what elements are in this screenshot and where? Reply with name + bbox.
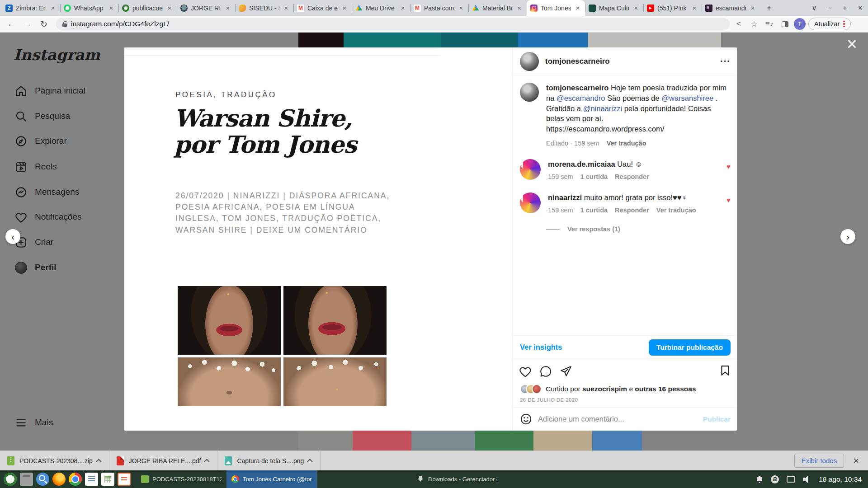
view-replies-link[interactable]: Ver respostas (1) [546, 225, 731, 233]
tab-close-icon[interactable]: × [691, 5, 698, 12]
comment-like-heart-icon[interactable]: ♥ [726, 196, 731, 214]
tab-close-icon[interactable]: × [224, 5, 231, 12]
back-button[interactable]: ← [5, 17, 18, 31]
tab-jorge-riba[interactable]: JORGE RIBA× [177, 0, 235, 16]
download-item-zip[interactable]: PODCASTS-202308....zip [0, 451, 109, 470]
author-username[interactable]: tomjonescarneiro [545, 57, 610, 66]
tab-search-chevron-icon[interactable]: ∨ [807, 4, 822, 12]
add-comment-input[interactable] [538, 415, 697, 423]
like-heart-icon[interactable] [519, 365, 532, 378]
other-likers-link[interactable]: outras 16 pessoas [635, 385, 696, 393]
tab-sisedu[interactable]: SISEDU - Si× [235, 0, 293, 16]
liker-avatars[interactable] [520, 384, 542, 394]
commenter-username[interactable]: ninaarizzi [548, 193, 582, 202]
commenter-avatar[interactable] [520, 159, 541, 180]
see-translation-link[interactable]: Ver tradução [656, 206, 696, 214]
view-insights-link[interactable]: Ver insights [520, 343, 562, 352]
clock[interactable]: 18 ago, 10:34 [819, 475, 862, 483]
tab-close-icon[interactable]: × [632, 5, 640, 12]
commenter-avatar[interactable] [520, 192, 541, 213]
tab-close-icon[interactable]: × [516, 5, 523, 12]
publish-comment-button[interactable]: Publicar [703, 415, 731, 423]
see-translation-link[interactable]: Ver tradução [607, 140, 646, 147]
emoji-smiley-icon[interactable] [520, 413, 532, 425]
tab-caixa-de-entrada[interactable]: Caixa de en× [293, 0, 352, 16]
address-bar[interactable]: instagram.com/p/CDG4feZlzgL/ [56, 18, 730, 31]
share-icon[interactable]: < [732, 18, 745, 30]
comment-likes-count[interactable]: 1 curtida [580, 206, 608, 214]
next-post-button[interactable]: › [840, 229, 855, 244]
firefox-icon[interactable] [52, 473, 66, 486]
tab-meu-drive[interactable]: Meu Drive -× [352, 0, 410, 16]
taskbar-window-podcasts[interactable]: PODCASTS-20230818T1329... [136, 470, 226, 488]
comment-bubble-icon[interactable] [539, 365, 552, 378]
chrome-menu-icon[interactable] [843, 21, 846, 28]
writer-icon[interactable] [85, 473, 98, 486]
lock-icon[interactable] [62, 21, 67, 27]
reload-button[interactable]: ↻ [37, 17, 51, 31]
mention-link[interactable]: @warsanshiree [661, 94, 713, 102]
author-avatar[interactable] [520, 83, 539, 102]
reply-link[interactable]: Responder [615, 206, 649, 214]
bookmark-star-icon[interactable]: ☆ [748, 18, 760, 30]
window-minimize-button[interactable]: − [822, 4, 837, 12]
post-media-image[interactable]: POESIA, TRADUÇÃO Warsan Shire, por Tom J… [124, 47, 512, 431]
window-maximize-button[interactable]: + [837, 4, 853, 12]
tab-youtube[interactable]: (551) P!nk -× [643, 0, 702, 16]
tab-tom-jones-active[interactable]: Tom Jones C× [527, 0, 585, 16]
tab-close-icon[interactable]: × [341, 5, 348, 12]
author-avatar[interactable] [520, 52, 539, 71]
close-downloads-bar-icon[interactable]: × [853, 455, 859, 467]
download-chevron-icon[interactable] [307, 459, 313, 465]
profile-avatar[interactable]: T [794, 18, 806, 30]
tab-close-icon[interactable]: × [49, 5, 57, 12]
side-panel-icon[interactable] [778, 18, 791, 30]
comment-like-heart-icon[interactable]: ♥ [726, 163, 731, 180]
window-close-button[interactable]: × [853, 4, 868, 12]
download-item-pdf[interactable]: JORGE RIBA RELE....pdf [109, 451, 217, 470]
tab-close-icon[interactable]: × [399, 5, 406, 12]
tab-escamandro[interactable]: escamandro× [702, 0, 760, 16]
impress-icon[interactable] [118, 473, 131, 486]
liker-username[interactable]: suezocrispim [582, 385, 627, 393]
chrome-icon[interactable] [69, 473, 82, 486]
distro-menu-icon[interactable] [4, 473, 17, 486]
file-manager-icon[interactable] [20, 473, 33, 486]
mention-link[interactable]: @escamandro [557, 94, 605, 102]
share-plane-icon[interactable] [560, 365, 572, 378]
download-chevron-icon[interactable] [204, 459, 210, 465]
tab-pasta-compartilhada[interactable]: Pasta comp× [410, 0, 468, 16]
tab-close-icon[interactable]: × [574, 5, 581, 12]
update-browser-button[interactable]: Atualizar [808, 18, 851, 30]
media-controls-icon[interactable]: ≡♪ [763, 18, 776, 30]
tab-close-icon[interactable]: × [749, 5, 756, 12]
commenter-username[interactable]: morena.de.micaiaa [548, 160, 615, 168]
download-chevron-icon[interactable] [96, 459, 102, 465]
tab-close-icon[interactable]: × [458, 5, 465, 12]
post-options-icon[interactable]: ··· [720, 56, 731, 66]
new-tab-button[interactable]: + [763, 2, 775, 14]
bluetooth-icon[interactable]: B [771, 475, 779, 483]
taskbar-window-chrome-active[interactable]: Tom Jones Carneiro (@tomj... [226, 470, 317, 488]
tab-zimbra[interactable]: Zimbra: Ent× [2, 0, 60, 16]
search-launcher-icon[interactable] [36, 473, 49, 486]
tab-material[interactable]: Material Br× [468, 0, 527, 16]
forward-button[interactable]: → [21, 17, 34, 31]
display-icon[interactable] [787, 476, 795, 483]
tab-close-icon[interactable]: × [166, 5, 173, 12]
volume-icon[interactable] [803, 476, 811, 483]
tab-publicacoes[interactable]: publicacoes× [118, 0, 177, 16]
reply-link[interactable]: Responder [615, 173, 649, 180]
download-item-png[interactable]: Captura de tela S....png [217, 451, 320, 470]
tab-close-icon[interactable]: × [283, 5, 290, 12]
calc-icon[interactable] [101, 473, 114, 486]
mention-link[interactable]: @ninaarizzi [583, 104, 622, 113]
comment-likes-count[interactable]: 1 curtida [580, 173, 608, 180]
tab-mapa-cultural[interactable]: Mapa Cultu× [585, 0, 643, 16]
boost-post-button[interactable]: Turbinar publicação [649, 339, 731, 356]
taskbar-window-downloads[interactable]: Downloads - Gerenciador d... [412, 470, 502, 488]
show-all-downloads-button[interactable]: Exibir todos [794, 454, 844, 468]
previous-post-button[interactable]: ‹ [5, 229, 20, 244]
tab-whatsapp[interactable]: WhatsApp× [60, 0, 118, 16]
tab-close-icon[interactable]: × [108, 5, 115, 12]
